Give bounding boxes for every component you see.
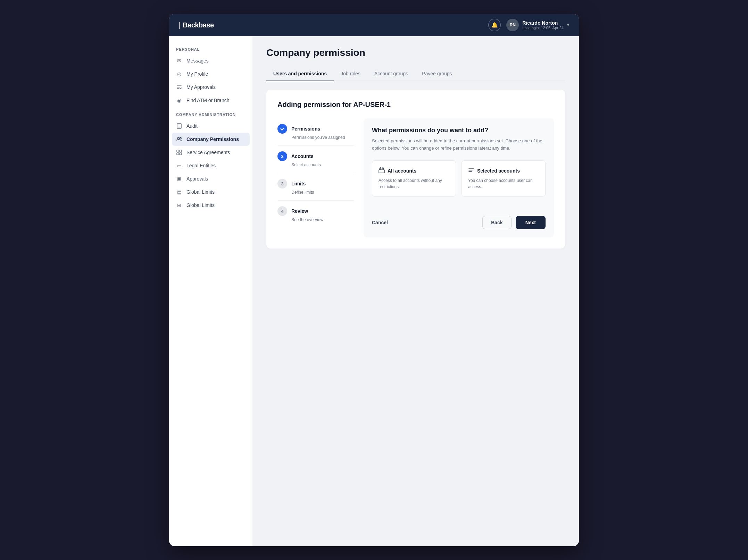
option-selected-accounts[interactable]: Selected accounts You can choose account… [462,160,546,197]
step-limits-label: Limits [291,181,306,186]
logo-text: Backbase [183,21,214,29]
main-content: Company permission Users and permissions… [252,36,579,546]
sidebar-item-service-agreements[interactable]: Service Agreements [169,146,252,159]
selected-accounts-icon [468,167,474,175]
sidebar: PERSONAL ✉ Messages ◎ My Profile My Appr… [169,36,252,546]
sidebar-item-messages[interactable]: ✉ Messages [169,54,252,67]
svg-rect-6 [180,153,182,155]
sidebar-item-approvals[interactable]: ▣ Approvals [169,172,252,185]
sidebar-item-company-permissions[interactable]: Company Permissions [172,133,250,146]
approvals-personal-icon [176,84,182,90]
approvals-icon: ▣ [176,176,182,182]
legal-entities-icon: ▭ [176,162,182,169]
svg-point-1 [178,137,180,139]
wizard-footer: Cancel Back Next [372,210,546,229]
sidebar-label-approvals-company: Approvals [186,176,208,182]
svg-point-2 [180,137,181,139]
all-accounts-icon [379,167,385,175]
location-icon: ◉ [176,97,182,103]
sidebar-item-global-limits-1[interactable]: ▤ Global Limits [169,185,252,199]
option-selected-accounts-header: Selected accounts [468,167,539,175]
tab-users-permissions[interactable]: Users and permissions [266,67,334,81]
step-accounts-number: 2 [277,151,287,161]
global-limits-1-icon: ▤ [176,189,182,195]
svg-rect-7 [379,170,384,173]
step-permissions-number [277,124,287,134]
wizard-question: What permissions do you want to add? [372,127,546,134]
sidebar-label-atm: Find ATM or Branch [186,98,229,103]
step-review-sublabel: See the overview [277,217,354,222]
tab-payee-groups[interactable]: Payee groups [415,67,459,81]
header-right: 🔔 RN Ricardo Norton Last login: 12:05, A… [488,19,569,31]
logo-bracket: | [179,21,181,29]
svg-rect-5 [177,153,179,155]
sidebar-label-global-limits-1: Global Limits [186,189,215,195]
app-window: | Backbase 🔔 RN Ricardo Norton Last logi… [169,14,579,546]
all-accounts-title: All accounts [388,168,416,174]
avatar: RN [506,19,519,31]
selected-accounts-desc: You can choose accounts user can access. [468,177,539,190]
user-menu[interactable]: RN Ricardo Norton Last login: 12:05, Apr… [506,19,569,31]
header: | Backbase 🔔 RN Ricardo Norton Last logi… [169,14,579,36]
company-section-label: COMPANY ADMINISTRATION [169,112,252,119]
option-cards: All accounts Access to all accounts with… [372,160,546,197]
step-review-number: 4 [277,206,287,216]
option-all-accounts[interactable]: All accounts Access to all accounts with… [372,160,456,197]
global-limits-2-icon: ⊞ [176,202,182,208]
step-accounts: 2 Accounts Select accounts [277,146,354,173]
tab-account-groups[interactable]: Account groups [367,67,415,81]
sidebar-item-my-approvals[interactable]: My Approvals [169,81,252,94]
svg-rect-3 [177,150,179,152]
chevron-down-icon: ▾ [567,23,569,27]
sidebar-item-global-limits-2[interactable]: ⊞ Global Limits [169,199,252,212]
sidebar-item-legal-entities[interactable]: ▭ Legal Entities [169,159,252,172]
bell-button[interactable]: 🔔 [488,19,501,31]
bell-icon: 🔔 [491,22,498,28]
sidebar-label-legal-entities: Legal Entities [186,163,216,168]
selected-accounts-title: Selected accounts [477,168,520,174]
messages-icon: ✉ [176,58,182,64]
next-button[interactable]: Next [516,216,546,229]
sidebar-label-global-limits-2: Global Limits [186,202,215,208]
sidebar-label-company-permissions: Company Permissions [186,136,239,142]
sidebar-item-my-profile[interactable]: ◎ My Profile [169,67,252,81]
all-accounts-desc: Access to all accounts without any restr… [379,177,449,190]
step-limits-header: 3 Limits [277,179,354,189]
step-permissions-label: Permissions [291,126,320,132]
wizard-description: Selected permissions will be added to th… [372,137,546,152]
step-permissions: Permissions Permissions you've assigned [277,118,354,146]
main-layout: PERSONAL ✉ Messages ◎ My Profile My Appr… [169,36,579,546]
wizard-content-panel: What permissions do you want to add? Sel… [364,118,554,237]
wizard-layout: Permissions Permissions you've assigned … [277,118,554,237]
steps-panel: Permissions Permissions you've assigned … [277,118,354,237]
tabs-nav: Users and permissions Job roles Account … [266,67,565,81]
svg-rect-4 [180,150,182,152]
personal-section-label: PERSONAL [169,47,252,54]
sidebar-item-find-atm[interactable]: ◉ Find ATM or Branch [169,94,252,107]
company-permissions-icon [176,136,182,142]
step-limits-sublabel: Define limits [277,190,354,195]
footer-right: Back Next [482,216,546,229]
step-accounts-label: Accounts [291,153,314,159]
tab-job-roles[interactable]: Job roles [334,67,367,81]
logo: | Backbase [179,21,214,29]
user-login: Last login: 12:05, Apr 24 [522,26,564,30]
user-text: Ricardo Norton Last login: 12:05, Apr 24 [522,20,564,30]
sidebar-label-messages: Messages [186,58,209,64]
audit-icon [176,123,182,129]
wizard-card: Adding permission for AP-USER-1 [266,90,565,249]
back-button[interactable]: Back [482,216,511,229]
option-all-accounts-header: All accounts [379,167,449,175]
service-agreements-icon [176,149,182,156]
step-limits: 3 Limits Define limits [277,173,354,201]
step-accounts-header: 2 Accounts [277,151,354,161]
profile-icon: ◎ [176,71,182,77]
step-accounts-sublabel: Select accounts [277,162,354,167]
sidebar-item-audit[interactable]: Audit [169,119,252,133]
step-review-header: 4 Review [277,206,354,216]
wizard-card-title: Adding permission for AP-USER-1 [277,101,554,109]
sidebar-label-service-agreements: Service Agreements [186,150,230,155]
cancel-button[interactable]: Cancel [372,216,388,229]
sidebar-label-approvals: My Approvals [186,84,216,90]
step-limits-number: 3 [277,179,287,189]
